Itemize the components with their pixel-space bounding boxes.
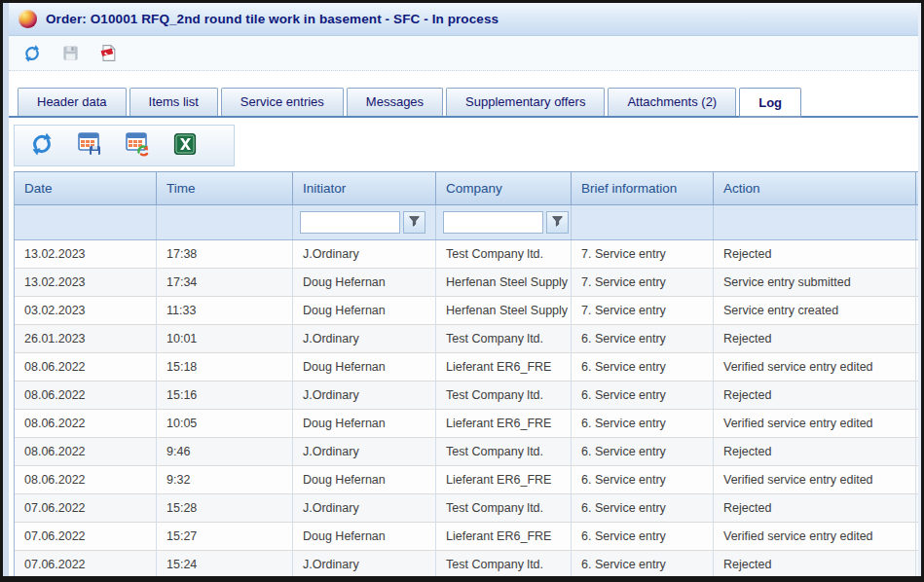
cell-company: Test Company ltd. [436,240,572,268]
tab-service-entries[interactable]: Service entries [221,88,344,116]
table-row[interactable]: 03.02.2023 11:33 Doug Hefernan Herfenan … [15,297,918,325]
table-row[interactable]: 07.06.2022 15:28 J.Ordinary Test Company… [15,494,918,523]
tab-items-list[interactable]: Items list [129,88,218,116]
log-tab-content: DateTimeInitiatorCompanyBrief informatio… [9,118,918,576]
cell-company: Herfenan Steel Supply [436,297,572,324]
tabstrip: Header data Items list Service entries M… [9,88,918,118]
tab-messages[interactable]: Messages [347,88,443,116]
grid-refresh-button[interactable] [28,132,55,160]
cell-date: 26.01.2023 [15,325,157,352]
cell-time: 9:32 [157,466,293,493]
cell-action: Verified service entry edited [714,353,916,381]
header-spacer [916,172,918,204]
cell-date: 08.06.2022 [15,438,157,465]
row-spacer [916,382,918,409]
excel-export-button[interactable] [171,132,199,160]
filter-cell-time [157,205,293,239]
tab-header-data[interactable]: Header data [18,88,127,116]
cell-brief-information: 6. Service entry [572,410,714,437]
cell-company: Test Company ltd. [436,494,572,522]
cell-company: Test Company ltd. [436,438,572,465]
cell-date: 08.06.2022 [15,382,157,409]
filter-cell-initiator [293,205,436,239]
table-row[interactable]: 13.02.2023 17:38 J.Ordinary Test Company… [15,240,918,269]
table-row[interactable]: 08.06.2022 15:16 J.Ordinary Test Company… [15,382,918,410]
tab-supplementary-offers[interactable]: Supplementary offers [446,88,605,116]
cell-brief-information: 6. Service entry [572,551,714,576]
grid-toolbar [14,125,235,166]
column-header-action[interactable]: Action [714,172,916,204]
cell-initiator: J.Ordinary [293,240,436,268]
tab-log[interactable]: Log [739,88,801,118]
reset-table-layout-icon [125,131,150,161]
cell-brief-information: 7. Service entry [572,240,714,268]
company-filter-input[interactable] [443,211,543,234]
cell-company: Lieferant ER6_FRE [436,466,572,493]
column-header-company[interactable]: Company [436,172,572,204]
row-spacer [916,466,918,493]
cell-time: 15:24 [157,551,293,576]
save-table-layout-button[interactable] [76,132,103,160]
row-spacer [916,551,918,576]
save-button[interactable] [58,42,82,65]
cell-company: Lieferant ER6_FRE [436,353,572,381]
company-filter-button[interactable] [546,211,569,234]
cell-initiator: Doug Hefernan [293,297,436,324]
row-spacer [916,438,918,465]
cell-time: 15:28 [157,494,293,522]
cell-initiator: J.Ordinary [293,325,436,352]
filter-cell-company [436,205,572,239]
column-header-brief-information[interactable]: Brief information [572,172,714,204]
cell-initiator: Doug Hefernan [293,353,436,381]
app-logo-icon [18,10,37,28]
row-spacer [916,269,918,296]
cell-initiator: J.Ordinary [293,494,436,522]
pdf-export-button[interactable] [96,42,120,65]
window-inner: Order: O10001 RFQ_2nd round tile work in… [3,3,921,576]
column-header-time[interactable]: Time [157,172,293,204]
cell-action: Service entry submitted [714,269,916,296]
table-row[interactable]: 07.06.2022 15:27 Doug Hefernan Lieferant… [15,523,918,551]
save-icon [61,44,80,62]
cell-brief-information: 6. Service entry [572,382,714,409]
cell-time: 15:16 [157,382,293,409]
cell-initiator: Doug Hefernan [293,410,436,437]
pdf-export-icon [99,44,118,62]
table-row[interactable]: 07.06.2022 15:24 J.Ordinary Test Company… [15,551,918,576]
titlebar: Order: O10001 RFQ_2nd round tile work in… [9,3,918,36]
table-row[interactable]: 08.06.2022 9:46 J.Ordinary Test Company … [15,438,918,466]
refresh-icon [29,131,55,161]
filter-cell-brief [572,205,714,239]
row-spacer [916,297,918,324]
row-spacer [916,494,918,522]
cell-time: 10:05 [157,410,293,437]
cell-date: 03.02.2023 [15,297,157,324]
cell-time: 9:46 [157,438,293,465]
cell-action: Rejected [714,494,916,522]
reset-table-layout-button[interactable] [124,132,151,160]
table-row[interactable]: 08.06.2022 10:05 Doug Hefernan Lieferant… [15,410,918,438]
refresh-button[interactable] [20,42,44,65]
cell-initiator: Doug Hefernan [293,466,436,493]
cell-action: Rejected [714,240,916,268]
cell-action: Verified service entry edited [714,523,916,550]
cell-date: 08.06.2022 [15,410,157,437]
window-title: Order: O10001 RFQ_2nd round tile work in… [46,12,499,26]
table-row[interactable]: 26.01.2023 10:01 J.Ordinary Test Company… [15,325,918,353]
table-row[interactable]: 08.06.2022 9:32 Doug Hefernan Lieferant … [15,466,918,494]
cell-date: 08.06.2022 [15,353,157,381]
cell-action: Verified service entry edited [714,466,916,493]
save-table-layout-icon [77,131,102,161]
tab-attachments-2[interactable]: Attachments (2) [608,88,736,116]
row-spacer [916,240,918,268]
cell-action: Rejected [714,551,916,576]
cell-action: Service entry created [714,297,916,324]
log-table-header: DateTimeInitiatorCompanyBrief informatio… [15,171,918,205]
initiator-filter-input[interactable] [300,211,400,234]
cell-time: 11:33 [157,297,293,324]
table-row[interactable]: 08.06.2022 15:18 Doug Hefernan Lieferant… [15,353,918,382]
table-row[interactable]: 13.02.2023 17:34 Doug Hefernan Herfenan … [15,269,918,297]
initiator-filter-button[interactable] [403,211,425,234]
column-header-initiator[interactable]: Initiator [293,172,436,204]
column-header-date[interactable]: Date [15,172,157,204]
